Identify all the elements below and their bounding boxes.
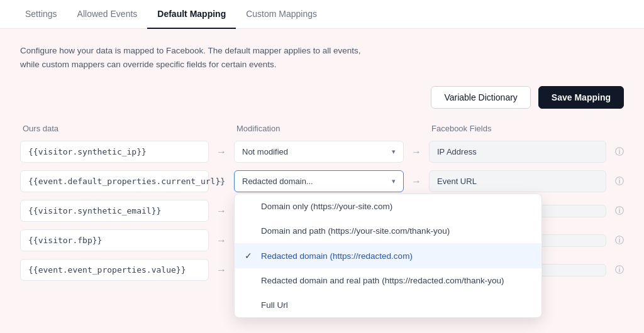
header-modification: Modification	[236, 124, 406, 133]
source-field-4: {{visitor.fbp}}	[20, 229, 209, 251]
dropdown-item-redacted-domain-path[interactable]: Redacted domain and real path (https://r…	[235, 268, 541, 293]
tabs-bar: Settings Allowed Events Default Mapping …	[0, 0, 644, 29]
save-mapping-button[interactable]: Save Mapping	[538, 86, 624, 109]
source-field-2: {{event.default_properties.current_url}}	[20, 170, 209, 192]
arrow-icon-3: →	[209, 205, 234, 217]
dropdown-label-domain-path: Domain and path (https://your-site.com/t…	[261, 226, 450, 236]
tab-custom-mappings[interactable]: Custom Mappings	[236, 0, 327, 29]
mapping-row-2: {{event.default_properties.current_url}}…	[20, 170, 624, 192]
modification-label-2: Redacted domain...	[242, 177, 313, 186]
tab-allowed-events[interactable]: Allowed Events	[67, 0, 148, 29]
modification-label-1: Not modified	[242, 147, 288, 156]
mapping-row-1: {{visitor.synthetic_ip}} → Not modified …	[20, 141, 624, 163]
arrow-icon-1b: →	[404, 146, 429, 158]
tab-default-mapping[interactable]: Default Mapping	[147, 0, 236, 29]
chevron-down-icon-2: ▾	[392, 177, 396, 185]
chevron-down-icon-1: ▾	[392, 148, 396, 156]
dropdown-item-full-url[interactable]: Full Url	[235, 293, 541, 317]
main-content: Configure how your data is mapped to Fac…	[0, 29, 644, 303]
header-facebook-fields: Facebook Fields	[431, 124, 621, 133]
arrow-icon-4: →	[209, 235, 234, 246]
dropdown-label-domain-only: Domain only (https://your-site.com)	[261, 202, 392, 211]
modification-dropdown: Domain only (https://your-site.com) Doma…	[234, 194, 542, 318]
info-icon-4[interactable]: ⓘ	[615, 235, 624, 246]
arrow-icon-2b: →	[404, 176, 429, 187]
modification-select-1[interactable]: Not modified ▾	[234, 141, 404, 163]
dropdown-label-redacted-domain: Redacted domain (https://redacted.com)	[261, 251, 413, 261]
dropdown-item-domain-only[interactable]: Domain only (https://your-site.com)	[235, 194, 541, 219]
header-ours-data: Ours data	[23, 124, 211, 133]
info-icon-1[interactable]: ⓘ	[615, 146, 624, 158]
dropdown-label-redacted-domain-path: Redacted domain and real path (https://r…	[261, 276, 504, 285]
modification-select-2[interactable]: Redacted domain... ▾	[234, 170, 404, 192]
arrow-icon-2: →	[209, 176, 234, 187]
facebook-field-1: IP Address	[429, 141, 606, 163]
check-icon: ✓	[245, 251, 255, 261]
toolbar: Variable Dictionary Save Mapping	[20, 86, 624, 109]
page-description: Configure how your data is mapped to Fac…	[20, 44, 372, 71]
facebook-field-wrapper-1: IP Address ⓘ	[429, 141, 624, 163]
info-icon-3[interactable]: ⓘ	[615, 205, 624, 217]
source-field-5: {{event.event_properties.value}}	[20, 259, 209, 281]
dropdown-label-full-url: Full Url	[261, 300, 288, 310]
arrow-icon-1: →	[209, 146, 234, 158]
tab-settings[interactable]: Settings	[15, 0, 67, 29]
facebook-field-2: Event URL	[429, 170, 606, 192]
source-field-3: {{visitor.synthetic_email}}	[20, 200, 209, 222]
info-icon-2[interactable]: ⓘ	[615, 176, 624, 187]
dropdown-item-redacted-domain[interactable]: ✓ Redacted domain (https://redacted.com)	[235, 243, 541, 268]
info-icon-5[interactable]: ⓘ	[615, 265, 624, 276]
variable-dictionary-button[interactable]: Variable Dictionary	[431, 86, 530, 109]
arrow-icon-5: →	[209, 265, 234, 276]
page-container: Settings Allowed Events Default Mapping …	[0, 0, 644, 333]
dropdown-item-domain-path[interactable]: Domain and path (https://your-site.com/t…	[235, 219, 541, 243]
table-headers: Ours data Modification Facebook Fields	[20, 124, 624, 133]
source-field-1: {{visitor.synthetic_ip}}	[20, 141, 209, 163]
facebook-field-wrapper-2: Event URL ⓘ	[429, 170, 624, 192]
